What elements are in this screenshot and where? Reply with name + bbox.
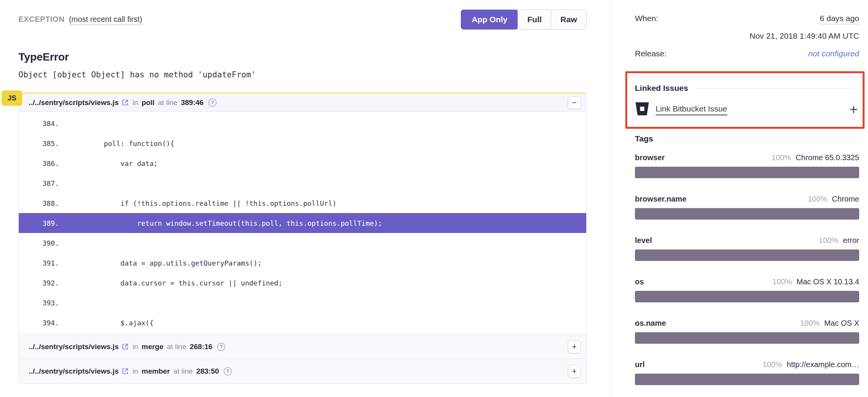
- tag-value[interactable]: error: [843, 236, 859, 245]
- link-bitbucket-issue-link[interactable]: Link Bitbucket Issue: [656, 104, 727, 115]
- stacktrace-view-toggle: App Only Full Raw: [461, 10, 587, 30]
- expand-frame-button[interactable]: +: [568, 365, 581, 378]
- line-number: 389.: [19, 219, 59, 227]
- linked-issues-section: Linked Issues Link Bitbucket Issue +: [635, 84, 859, 117]
- frame-header-merge[interactable]: ../../sentry/scripts/views.js in merge a…: [19, 334, 586, 359]
- tag-value[interactable]: http://example.com…: [787, 360, 859, 369]
- code-line: 389. return window.setTimeout(this.poll,…: [19, 213, 586, 233]
- frame-line-number: 268:16: [190, 343, 212, 351]
- tag-distribution-bar: [635, 332, 859, 344]
- at-line-label: at line: [173, 367, 193, 376]
- code-line: 391. data = app.utils.getQueryParams();: [19, 253, 586, 273]
- external-link-icon[interactable]: [122, 99, 129, 106]
- when-absolute-time: Nov 21, 2018 1:49:40 AM UTC: [635, 31, 859, 41]
- issue-detail-page: EXCEPTION (most recent call first) App O…: [0, 0, 868, 397]
- help-icon[interactable]: ?: [208, 98, 217, 107]
- at-line-label: at line: [167, 343, 186, 351]
- at-line-label: at line: [158, 98, 178, 107]
- tags-heading-row: Tags: [635, 134, 859, 143]
- tag-percent: 100%: [772, 277, 792, 286]
- platform-js-badge: JS: [2, 90, 22, 106]
- heading-rule: [658, 139, 859, 139]
- tag-row: browser100%Chrome 65.0.3325: [635, 153, 859, 178]
- in-label: in: [132, 98, 138, 107]
- tag-key[interactable]: os: [635, 277, 644, 286]
- tag-row: browser.name100%Chrome: [635, 195, 859, 220]
- tag-percent: 100%: [800, 319, 820, 328]
- tag-value[interactable]: Chrome: [832, 195, 859, 203]
- frame-header-member[interactable]: ../../sentry/scripts/views.js in member …: [19, 359, 586, 383]
- line-number: 386.: [19, 159, 59, 167]
- code-line: 390.: [19, 233, 586, 253]
- linked-issues-heading-row: Linked Issues: [635, 84, 859, 93]
- when-label: When:: [635, 14, 658, 23]
- frame-function: member: [141, 367, 170, 376]
- tag-row: os.name100%Mac OS X: [635, 319, 859, 344]
- event-sidebar: When: 6 days ago Nov 21, 2018 1:49:40 AM…: [611, 0, 868, 397]
- tag-percent: 100%: [819, 236, 838, 245]
- error-message: Object [object Object] has no method 'up…: [18, 70, 587, 79]
- frame-file-path: ../../sentry/scripts/views.js: [29, 98, 118, 107]
- add-linked-issue-button[interactable]: +: [850, 103, 859, 116]
- tag-distribution-bar: [635, 374, 859, 385]
- tag-percent: 100%: [808, 195, 827, 203]
- tag-key[interactable]: url: [635, 360, 645, 369]
- call-order-note[interactable]: (most recent call first): [69, 15, 142, 25]
- toggle-full-button[interactable]: Full: [518, 10, 551, 29]
- code-context: 384.385. poll: function(){386. var data;…: [19, 112, 586, 334]
- heading-rule: [694, 88, 859, 89]
- source-code: data = app.utils.getQueryParams();: [71, 259, 262, 267]
- code-line: 393.: [19, 293, 586, 313]
- frame-file-path: ../../sentry/scripts/views.js: [29, 367, 118, 376]
- external-link-icon[interactable]: [122, 367, 129, 375]
- when-row: When: 6 days ago: [635, 14, 859, 25]
- frame-function: merge: [141, 343, 163, 351]
- help-icon[interactable]: ?: [217, 343, 225, 351]
- line-number: 392.: [19, 279, 59, 287]
- tags-section: Tags browser100%Chrome 65.0.3325browser.…: [635, 134, 859, 385]
- tag-key[interactable]: level: [635, 236, 652, 245]
- code-line: 387.: [19, 173, 586, 193]
- tag-distribution-bar: [635, 167, 859, 178]
- toggle-app-only-button[interactable]: App Only: [461, 10, 518, 30]
- frame-file-path: ../../sentry/scripts/views.js: [29, 343, 118, 351]
- source-code: return window.setTimeout(this.poll, this…: [71, 219, 382, 227]
- frame-line-number: 389:46: [181, 98, 204, 107]
- tag-percent: 100%: [771, 153, 791, 162]
- exception-section-title: EXCEPTION (most recent call first): [18, 10, 142, 24]
- toggle-raw-button[interactable]: Raw: [551, 10, 586, 29]
- in-label: in: [132, 343, 138, 351]
- tag-key[interactable]: browser: [635, 153, 665, 162]
- tag-key[interactable]: browser.name: [635, 195, 687, 203]
- tag-value[interactable]: Mac OS X 10.13.4: [797, 277, 859, 286]
- tag-row: url100%http://example.com…: [635, 360, 859, 385]
- tags-list: browser100%Chrome 65.0.3325browser.name1…: [635, 153, 859, 385]
- help-icon[interactable]: ?: [224, 367, 232, 376]
- line-number: 393.: [19, 299, 59, 307]
- tag-distribution-bar: [635, 291, 859, 302]
- source-code: var data;: [71, 159, 158, 167]
- release-value-link[interactable]: not configured: [808, 49, 859, 58]
- tag-value[interactable]: Mac OS X: [824, 319, 859, 328]
- tag-key[interactable]: os.name: [635, 319, 666, 328]
- expand-frame-button[interactable]: +: [568, 340, 581, 353]
- source-code: data.cursor = this.cursor || undefined;: [71, 279, 283, 287]
- bitbucket-icon: [635, 102, 649, 117]
- exception-header: EXCEPTION (most recent call first) App O…: [18, 10, 587, 30]
- line-number: 394.: [19, 319, 59, 327]
- external-link-icon[interactable]: [122, 343, 129, 350]
- code-line: 388. if (!this.options.realtime || !this…: [19, 193, 586, 213]
- source-code: $.ajax({: [71, 319, 154, 327]
- when-relative-time[interactable]: 6 days ago: [820, 14, 859, 25]
- link-bitbucket-row: Link Bitbucket Issue +: [635, 102, 859, 117]
- exception-panel: EXCEPTION (most recent call first) App O…: [0, 0, 611, 397]
- line-number: 388.: [19, 199, 59, 207]
- frame-header-poll[interactable]: ../../sentry/scripts/views.js in poll at…: [19, 94, 586, 112]
- code-line: 392. data.cursor = this.cursor || undefi…: [19, 273, 586, 293]
- release-label: Release:: [635, 49, 667, 58]
- frame-function: poll: [141, 98, 155, 107]
- source-code: poll: function(){: [71, 139, 174, 148]
- collapse-frame-button[interactable]: −: [568, 96, 581, 109]
- tag-value[interactable]: Chrome 65.0.3325: [796, 153, 859, 162]
- line-number: 391.: [19, 259, 59, 267]
